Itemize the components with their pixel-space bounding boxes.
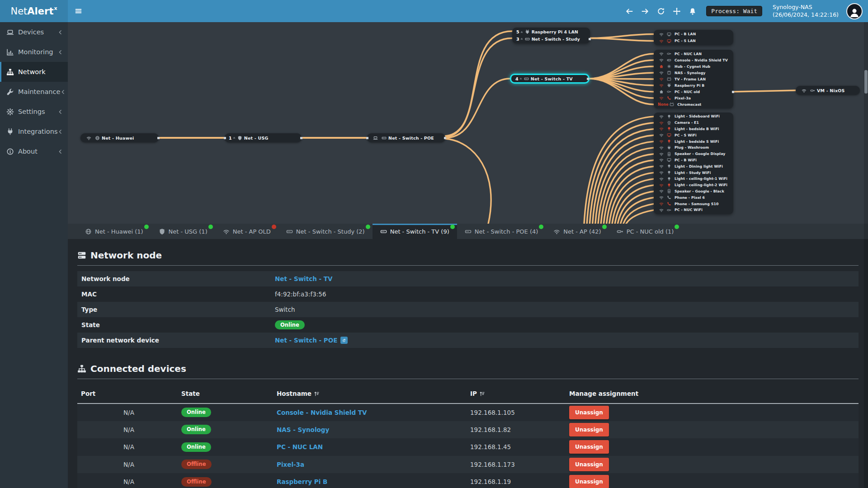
- tab-net-switch-poe-4[interactable]: Net - Switch - POE (4): [457, 224, 546, 239]
- signal-slot: [658, 139, 665, 144]
- tab-net-switch-tv-9[interactable]: Net - Switch - TV (9): [373, 224, 457, 239]
- sidebar-item-monitoring[interactable]: Monitoring: [0, 42, 68, 62]
- user-avatar[interactable]: [846, 3, 863, 19]
- sidebar-toggle-button[interactable]: [68, 0, 89, 22]
- pan-move-button[interactable]: [673, 7, 681, 15]
- device-icon-slot: [665, 195, 672, 200]
- nav-back-button[interactable]: [625, 7, 633, 15]
- app-logo[interactable]: NetAlertx: [0, 0, 68, 22]
- device-row-nas-synology[interactable]: NAS - Synology: [654, 70, 733, 76]
- device-row-camera-e1[interactable]: Camera - E1: [654, 120, 733, 126]
- detail-link[interactable]: Net - Switch - TV: [275, 275, 332, 282]
- device-row-light-bedside-s-wifi[interactable]: Light - bedside S WiFi: [654, 138, 733, 145]
- topology-link: [590, 73, 654, 79]
- cell-hostname: NAS - Synology: [273, 421, 467, 439]
- unassign-button[interactable]: Unassign: [569, 458, 609, 471]
- device-row-pc-nuc-lan[interactable]: PC - NUC LAN: [654, 51, 733, 57]
- device-row-speaker-google-display[interactable]: Speaker - Google Display: [654, 151, 733, 157]
- shield-icon: [237, 136, 242, 141]
- device-row-hub-cygnet-hub[interactable]: Hub - Cygnet Hub: [654, 63, 733, 70]
- topology-node-net-switch-tv-selected[interactable]: 4Net - Switch - TV: [510, 74, 590, 84]
- sidebar-item-about[interactable]: About: [0, 141, 68, 161]
- device-label: Light - bedside B WiFi: [675, 127, 719, 131]
- hostname-link[interactable]: Pixel-3a: [277, 461, 304, 468]
- unassign-button[interactable]: Unassign: [569, 475, 609, 488]
- hostname-link[interactable]: PC - NUC LAN: [277, 443, 323, 450]
- network-topology[interactable]: Net - Huawei1Net - USGNet - Switch - POE…: [68, 22, 868, 224]
- column-header-ip[interactable]: IP: [467, 385, 566, 404]
- network-node-details: Network nodeNet - Switch - TVMACf4:92:bf…: [77, 271, 859, 348]
- device-row-pc-b-wifi[interactable]: PC - B WiFi: [654, 157, 733, 164]
- page-scrollbar[interactable]: [864, 22, 868, 488]
- device-icon-slot: [665, 145, 672, 150]
- sidebar-item-label: Network: [18, 68, 63, 75]
- unassign-button[interactable]: Unassign: [569, 440, 609, 454]
- sidebar-item-integrations[interactable]: Integrations: [0, 122, 68, 141]
- scrollbar-thumb[interactable]: [864, 70, 868, 94]
- device-row-pc-s-wifi[interactable]: PC - S WiFi: [654, 132, 733, 138]
- device-row-phone-samsung-s10[interactable]: Phone - Samsung S10: [654, 201, 733, 207]
- device-row-plug-washroom[interactable]: Plug - Washroom: [654, 145, 733, 151]
- tab-net-ap-old[interactable]: Net - AP OLD: [215, 224, 278, 239]
- topology-node-vm-nixos[interactable]: VM - NixOS: [796, 86, 860, 95]
- device-label: PC - NUC WiFi: [675, 208, 703, 212]
- hostname-link[interactable]: Console - Nvidia Shield TV: [277, 409, 367, 416]
- sidebar-item-maintenance[interactable]: Maintenance: [0, 82, 68, 102]
- detail-link[interactable]: Net - Switch - POE: [275, 337, 337, 344]
- connector: [444, 137, 446, 139]
- column-header-state[interactable]: State: [178, 385, 273, 404]
- external-link-icon[interactable]: [340, 337, 348, 344]
- device-row-pc-s-lan[interactable]: PC - S LAN: [654, 38, 733, 44]
- tab-pc-nuc-old-1[interactable]: PC - NUC old (1): [609, 224, 682, 239]
- topology-node-net-huawei[interactable]: Net - Huawei: [80, 133, 159, 142]
- sidebar-item-devices[interactable]: Devices: [0, 22, 68, 42]
- topology-node-raspberry-pi-4-lan[interactable]: 5Raspberry Pi 4 LAN: [512, 28, 590, 36]
- device-label: Light - Study WiFi: [675, 171, 711, 175]
- tab-net-ap-42[interactable]: Net - AP (42): [546, 224, 609, 239]
- device-row-pixel-3a[interactable]: Pixel-3a: [654, 95, 733, 101]
- cell-port: N/A: [77, 473, 178, 488]
- device-row-light-dining-light-wifi[interactable]: Light - Dining light WiFi: [654, 163, 733, 169]
- tab-net-switch-study-2[interactable]: Net - Switch - Study (2): [278, 224, 373, 239]
- device-icon-slot: [665, 127, 672, 131]
- topology-node-net-switch-poe[interactable]: Net - Switch - POE: [367, 133, 445, 142]
- tab-net-huawei-1[interactable]: Net - Huawei (1): [77, 224, 151, 239]
- sidebar-item-settings[interactable]: Settings: [0, 102, 68, 122]
- device-row-phone-pixel-6[interactable]: Phone - Pixel 6: [654, 194, 733, 201]
- gamepad-icon: [667, 58, 671, 62]
- device-row-pc-nuc-wifi[interactable]: PC - NUC WiFi: [654, 207, 733, 213]
- nav-forward-button[interactable]: [641, 7, 649, 15]
- device-row-light-study-wifi[interactable]: Light - Study WiFi: [654, 169, 733, 176]
- dongle-icon: [667, 52, 671, 56]
- device-row-light-ceiling-light-1-wifi[interactable]: Light - ceiling-light-1 WiFi: [654, 176, 733, 182]
- refresh-button[interactable]: [657, 7, 665, 15]
- column-header-manage-assignment[interactable]: Manage assignment: [566, 385, 859, 404]
- column-header-port[interactable]: Port: [77, 385, 178, 404]
- topology-node-net-switch-study[interactable]: 3Net - Switch - Study: [512, 36, 590, 43]
- device-row-pc-b-lan[interactable]: PC - B LAN: [654, 31, 733, 38]
- device-row-chromecast[interactable]: NoneChromecast: [654, 101, 733, 108]
- device-row-tv-frame-lan[interactable]: TV - Frame LAN: [654, 76, 733, 82]
- sidebar-item-network[interactable]: Network: [0, 62, 68, 82]
- hostname-link[interactable]: NAS - Synology: [277, 426, 329, 433]
- device-row-light-sideboard-wifi[interactable]: Light - Sideboard WiFi: [654, 113, 733, 120]
- device-row-console-nvidia-shield-tv[interactable]: Console - Nvidia Shield TV: [654, 57, 733, 63]
- unassign-button[interactable]: Unassign: [569, 423, 609, 436]
- device-row-light-bedside-b-wifi[interactable]: Light - bedside B WiFi: [654, 126, 733, 132]
- device-icon-slot: [665, 83, 672, 88]
- column-header-hostname[interactable]: Hostname: [273, 385, 467, 404]
- device-row-speaker-google-black[interactable]: Speaker - Google - Black: [654, 188, 733, 195]
- cell-state: Online: [178, 438, 273, 456]
- cell-ip: 192.168.1.82: [467, 421, 566, 439]
- tab-net-usg-1[interactable]: Net - USG (1): [151, 224, 215, 239]
- unassign-button[interactable]: Unassign: [569, 406, 609, 419]
- signal-slot: [658, 195, 665, 200]
- notifications-button[interactable]: [689, 7, 697, 15]
- device-row-raspberry-pi-b[interactable]: Raspberry Pi B: [654, 82, 733, 89]
- bulb-icon: [667, 139, 671, 144]
- topology-node-net-usg[interactable]: 1Net - USG: [225, 133, 302, 142]
- device-row-light-ceiling-light-2-wifi[interactable]: Light - ceiling-light-2 WiFi: [654, 182, 733, 188]
- device-row-pc-nuc-old[interactable]: PC - NUC old: [654, 89, 733, 95]
- hostname-link[interactable]: Raspberry Pi B: [277, 478, 327, 485]
- sidebar: DevicesMonitoringNetworkMaintenanceSetti…: [0, 22, 68, 488]
